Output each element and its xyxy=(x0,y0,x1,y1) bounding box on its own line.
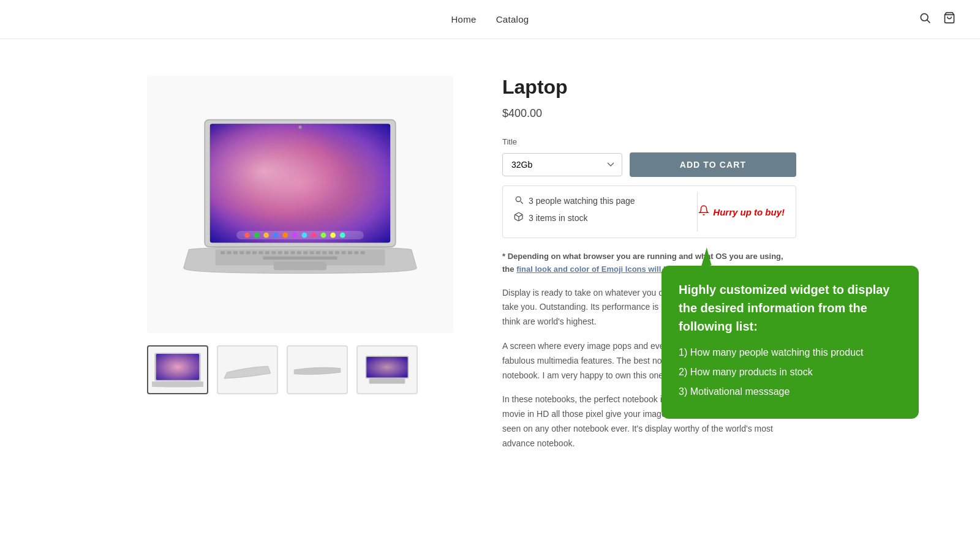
svg-rect-26 xyxy=(252,251,257,254)
svg-rect-39 xyxy=(335,251,339,254)
title-label: Title xyxy=(502,137,796,146)
svg-point-13 xyxy=(292,233,298,238)
svg-point-8 xyxy=(244,233,250,238)
box-icon xyxy=(514,212,524,224)
svg-rect-24 xyxy=(239,251,244,254)
svg-rect-22 xyxy=(227,251,232,254)
thumbnail-row xyxy=(147,345,453,394)
svg-rect-44 xyxy=(263,257,337,260)
thumbnail-2[interactable] xyxy=(217,345,278,394)
svg-line-52 xyxy=(521,201,523,204)
tooltip-item-1: 1) How many people watching this product xyxy=(679,345,902,360)
svg-rect-32 xyxy=(290,251,295,254)
svg-rect-23 xyxy=(233,251,238,254)
svg-rect-28 xyxy=(265,251,270,254)
hurry-box: Hurry up to buy! xyxy=(698,205,785,219)
tooltip-title: Highly customized widget to display the … xyxy=(679,280,902,335)
tooltip-item-2: 2) How many products in stock xyxy=(679,365,902,380)
thumbnail-3[interactable] xyxy=(287,345,348,394)
main-product-image xyxy=(147,76,453,333)
watchers-text: 3 people watching this page xyxy=(529,196,635,206)
hurry-text: Hurry up to buy! xyxy=(713,207,785,217)
main-nav: Home Catalog xyxy=(451,14,529,24)
svg-point-51 xyxy=(516,197,521,201)
add-to-cart-row: 32Gb 64Gb 128Gb ADD TO CART xyxy=(502,152,796,177)
search-icon[interactable] xyxy=(919,12,931,27)
site-header: Home Catalog xyxy=(0,0,980,39)
widget-divider xyxy=(697,192,698,231)
svg-rect-35 xyxy=(310,251,314,254)
svg-rect-6 xyxy=(210,124,390,242)
nav-home[interactable]: Home xyxy=(451,14,476,24)
svg-rect-37 xyxy=(322,251,326,254)
svg-point-17 xyxy=(330,233,336,238)
svg-rect-29 xyxy=(271,251,276,254)
nav-catalog[interactable]: Catalog xyxy=(496,14,529,24)
thumbnail-4[interactable] xyxy=(356,345,418,394)
add-to-cart-button[interactable]: ADD TO CART xyxy=(630,152,796,177)
social-proof-widget: 3 people watching this page 3 items in s… xyxy=(502,186,796,238)
svg-rect-21 xyxy=(221,251,225,254)
variant-select[interactable]: 32Gb 64Gb 128Gb xyxy=(502,153,622,176)
svg-line-1 xyxy=(927,20,930,23)
svg-rect-38 xyxy=(329,251,333,254)
svg-rect-41 xyxy=(348,251,352,254)
cart-icon[interactable] xyxy=(943,12,956,27)
svg-rect-27 xyxy=(259,251,263,254)
svg-rect-47 xyxy=(156,354,200,380)
svg-rect-42 xyxy=(354,251,358,254)
product-gallery xyxy=(147,76,453,461)
product-price: $400.00 xyxy=(502,107,796,120)
svg-rect-33 xyxy=(297,251,301,254)
svg-rect-50 xyxy=(369,378,405,383)
svg-rect-25 xyxy=(246,251,251,254)
svg-rect-45 xyxy=(274,261,327,270)
svg-rect-30 xyxy=(278,251,282,254)
svg-rect-40 xyxy=(342,251,346,254)
svg-point-11 xyxy=(273,233,279,238)
svg-point-18 xyxy=(340,233,345,238)
tooltip-item-3: 3) Motivational messsage xyxy=(679,384,902,399)
header-icons xyxy=(919,12,956,27)
svg-rect-49 xyxy=(366,357,407,378)
svg-point-16 xyxy=(321,233,326,238)
svg-point-19 xyxy=(298,126,301,129)
svg-point-12 xyxy=(282,233,288,238)
svg-point-9 xyxy=(254,233,260,238)
eye-icon xyxy=(514,195,524,207)
svg-point-0 xyxy=(921,13,928,21)
bell-icon xyxy=(698,205,709,219)
svg-point-10 xyxy=(263,233,269,238)
thumbnail-1[interactable] xyxy=(147,345,208,394)
stock-text: 3 items in stock xyxy=(529,213,587,223)
svg-point-14 xyxy=(302,233,307,238)
product-title: Laptop xyxy=(502,76,796,99)
svg-rect-31 xyxy=(284,251,288,254)
tooltip-list: 1) How many people watching this product… xyxy=(679,345,902,399)
svg-rect-34 xyxy=(303,251,307,254)
svg-rect-43 xyxy=(361,251,365,254)
tooltip-callout: Highly customized widget to display the … xyxy=(662,266,919,419)
svg-point-15 xyxy=(311,233,317,238)
svg-rect-36 xyxy=(316,251,320,254)
